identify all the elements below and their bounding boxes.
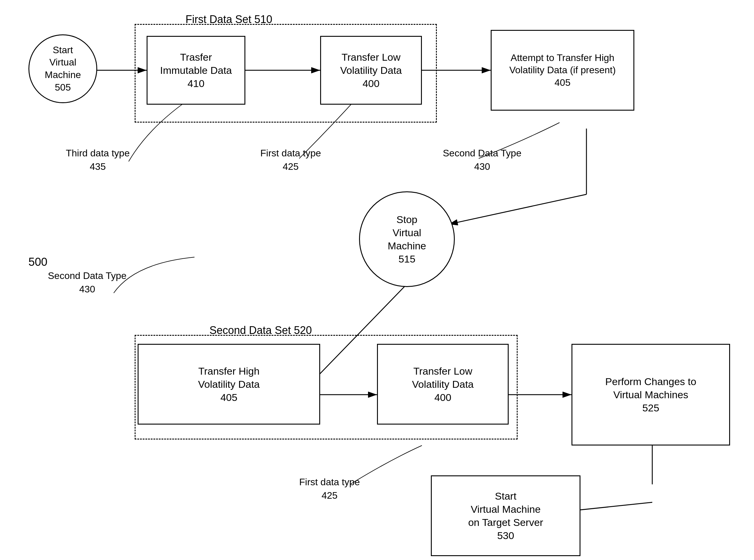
first-data-type-2-label: First data type 425 xyxy=(299,475,360,502)
perform-changes-node: Perform Changes to Virtual Machines 525 xyxy=(572,344,730,445)
transfer-high-vol-node: Transfer High Volatility Data 405 xyxy=(138,344,320,424)
stop-vm-node: Stop Virtual Machine 515 xyxy=(359,191,455,287)
start-vm-node: Start Virtual Machine 505 xyxy=(28,34,97,103)
transfer-high-vol-label: Transfer High Volatility Data 405 xyxy=(198,364,260,404)
stop-vm-label: Stop Virtual Machine 515 xyxy=(388,213,426,266)
start-vm-label: Start Virtual Machine 505 xyxy=(45,44,81,94)
second-data-type-2-label: Second Data Type 430 xyxy=(48,269,127,296)
start-vm-target-node: Start Virtual Machine on Target Server 5… xyxy=(431,475,580,556)
start-vm-target-label: Start Virtual Machine on Target Server 5… xyxy=(468,489,543,542)
transfer-low-vol-1-label: Transfer Low Volatility Data 400 xyxy=(340,51,402,90)
transfer-immutable-node: Trasfer Immutable Data 410 xyxy=(147,36,245,105)
first-data-type-1-label: First data type 425 xyxy=(260,146,321,174)
attempt-transfer-high-label: Attempt to Transfer High Volatility Data… xyxy=(509,52,616,89)
second-data-set-label: Second Data Set 520 xyxy=(210,323,312,338)
transfer-immutable-label: Trasfer Immutable Data 410 xyxy=(160,51,232,90)
diagram: First Data Set 510 Second Data Set 520 S… xyxy=(0,0,754,560)
transfer-low-vol-2-node: Transfer Low Volatility Data 400 xyxy=(377,344,509,424)
attempt-transfer-high-node: Attempt to Transfer High Volatility Data… xyxy=(491,30,634,111)
svg-line-6 xyxy=(449,194,586,224)
transfer-low-vol-1-node: Transfer Low Volatility Data 400 xyxy=(320,36,422,105)
diagram-number-label: 500 xyxy=(28,254,47,270)
perform-changes-label: Perform Changes to Virtual Machines 525 xyxy=(605,375,696,415)
transfer-low-vol-2-label: Transfer Low Volatility Data 400 xyxy=(412,364,473,404)
third-data-type-label: Third data type 435 xyxy=(66,146,130,174)
second-data-type-1-label: Second Data Type 430 xyxy=(443,146,522,174)
first-data-set-label: First Data Set 510 xyxy=(186,12,272,27)
